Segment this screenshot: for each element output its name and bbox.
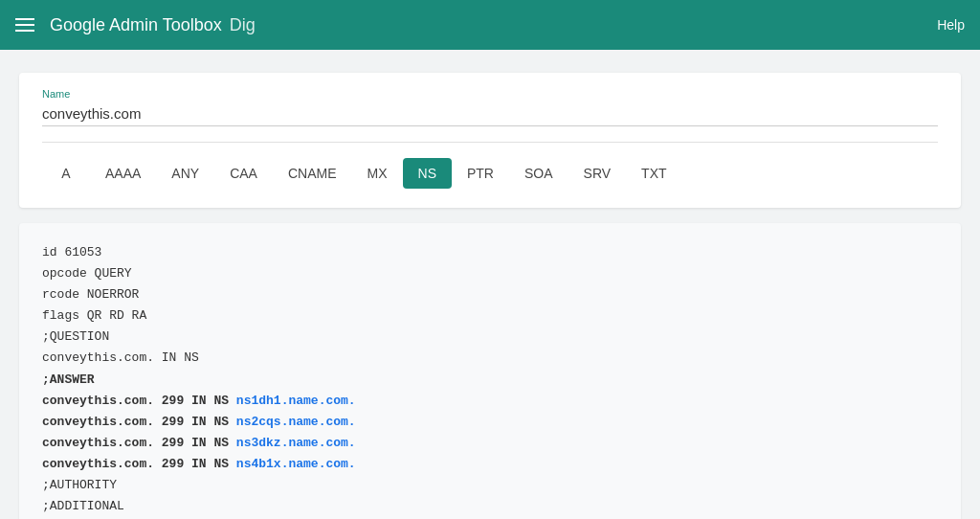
result-card: id 61053 opcode QUERY rcode NOERROR flag… xyxy=(19,223,961,519)
ns-link-2[interactable]: ns3dkz.name.com. xyxy=(236,436,356,450)
menu-icon[interactable] xyxy=(15,18,34,32)
answer-row-1: conveythis.com. 299 IN NS ns2cqs.name.co… xyxy=(42,412,938,433)
record-btn-a[interactable]: A xyxy=(42,158,90,189)
record-btn-txt[interactable]: TXT xyxy=(626,158,681,189)
divider xyxy=(42,142,938,143)
answer-rows: conveythis.com. 299 IN NS ns1dh1.name.co… xyxy=(42,391,938,475)
result-line-3: rcode NOERROR xyxy=(42,284,938,305)
app-title-main: Google Admin Toolbox xyxy=(50,15,222,34)
help-link[interactable]: Help xyxy=(937,17,965,33)
ns-link-0[interactable]: ns1dh1.name.com. xyxy=(236,394,356,408)
name-input[interactable] xyxy=(42,103,938,126)
result-line-6: conveythis.com. IN NS xyxy=(42,348,938,369)
app-title-sub: Dig xyxy=(230,15,256,34)
record-type-buttons: A AAAA ANY CAA CNAME MX NS PTR SOA SRV T… xyxy=(42,158,938,189)
search-card: Name A AAAA ANY CAA CNAME MX NS PTR SOA … xyxy=(19,73,961,208)
result-line-1: id 61053 xyxy=(42,242,938,263)
record-btn-cname[interactable]: CNAME xyxy=(273,158,352,189)
answer-row-3: conveythis.com. 299 IN NS ns4b1x.name.co… xyxy=(42,454,938,475)
result-line-4: flags QR RD RA xyxy=(42,305,938,327)
ns-link-3[interactable]: ns4b1x.name.com. xyxy=(236,457,356,471)
result-answer-label: ;ANSWER xyxy=(42,370,938,391)
answer-row-0: conveythis.com. 299 IN NS ns1dh1.name.co… xyxy=(42,391,938,412)
result-authority: ;AUTHORITY xyxy=(42,475,938,496)
result-line-5: ;QUESTION xyxy=(42,327,938,348)
record-btn-srv[interactable]: SRV xyxy=(568,158,627,189)
record-btn-caa[interactable]: CAA xyxy=(214,158,273,189)
name-field-label: Name xyxy=(42,88,938,100)
app-title: Google Admin ToolboxDig xyxy=(50,15,256,35)
record-btn-mx[interactable]: MX xyxy=(352,158,403,189)
app-header: Google Admin ToolboxDig Help xyxy=(0,0,980,50)
answer-row-2: conveythis.com. 299 IN NS ns3dkz.name.co… xyxy=(42,433,938,454)
header-left: Google Admin ToolboxDig xyxy=(15,15,256,35)
record-btn-ptr[interactable]: PTR xyxy=(452,158,509,189)
record-btn-any[interactable]: ANY xyxy=(156,158,214,189)
result-line-2: opcode QUERY xyxy=(42,263,938,284)
ns-link-1[interactable]: ns2cqs.name.com. xyxy=(236,415,356,429)
record-btn-soa[interactable]: SOA xyxy=(509,158,568,189)
main-content: Name A AAAA ANY CAA CNAME MX NS PTR SOA … xyxy=(0,50,980,519)
record-btn-aaaa[interactable]: AAAA xyxy=(90,158,156,189)
record-btn-ns[interactable]: NS xyxy=(403,158,452,189)
result-additional: ;ADDITIONAL xyxy=(42,496,938,517)
